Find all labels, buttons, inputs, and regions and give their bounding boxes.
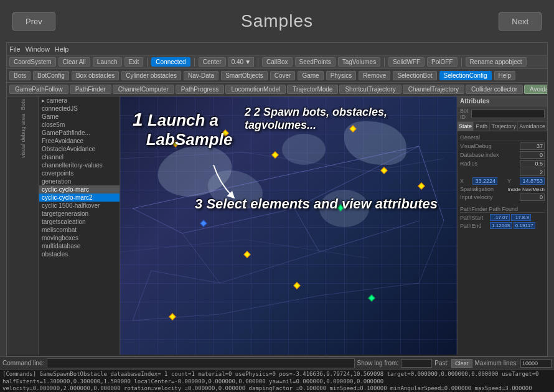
input-velocity-row: Input velocity 0 [460, 193, 545, 202]
locomotion-model-tab[interactable]: LocomotionModel [225, 85, 286, 94]
menu-window[interactable]: Window [26, 45, 50, 53]
bots-tab[interactable]: Bots [9, 71, 31, 80]
panel-tabs: State Path Trajectory Avoidance [458, 122, 547, 131]
tree-item-melis[interactable]: meliscombat [39, 226, 120, 234]
seedpoints-button[interactable]: SeedPoints [295, 57, 336, 67]
center-button[interactable]: Center [199, 57, 226, 67]
command-input[interactable] [47, 358, 354, 368]
past-label: Past: [434, 360, 449, 366]
nav-tabs-row: GamePathFollow PathFinder ChannelCompute… [7, 83, 547, 96]
command-line-label: Command line: [2, 360, 44, 366]
tree-item-channel[interactable]: channel [39, 153, 120, 161]
xy-row: X 33.2224 Y 14.8753 [460, 177, 545, 185]
trajectry-mode-tab[interactable]: TrajectorMode [287, 85, 338, 94]
tree-item-gamepathfinde[interactable]: GamePathfinde... [39, 129, 120, 137]
rename-button[interactable]: Rename appobject [466, 57, 527, 67]
shortcut-trajectory-tab[interactable]: ShortcutTrajectory [339, 85, 401, 94]
pathfinder-tab[interactable]: PathFinder [70, 85, 111, 94]
callbox-button[interactable]: CallBox [262, 57, 292, 67]
remove-tab[interactable]: Remove [359, 71, 390, 80]
trajectory-tab[interactable]: Trajectory [490, 122, 518, 131]
tree-item-cyclic2[interactable]: cyclic-cyclo-marc2 [39, 194, 120, 202]
tree-item-targetscale[interactable]: targetscaleation [39, 218, 120, 226]
separator5 [461, 58, 462, 67]
cylinder-obstacles-tab[interactable]: Cylinder obstacles [121, 71, 181, 80]
tagvolumes-button[interactable]: TagVolumes [338, 57, 380, 67]
database-index-label: Database index [460, 152, 499, 158]
path-panel-tab[interactable]: Path [474, 122, 490, 131]
tree-item-game[interactable]: Game [39, 113, 120, 121]
visual-debug-value: 37 [520, 142, 545, 150]
pathend-x: 1.1264S [490, 222, 512, 229]
game-tab[interactable]: Game [298, 71, 323, 80]
next-button[interactable]: Next [499, 12, 542, 30]
coord-system-button[interactable]: CoordSystem [9, 57, 56, 67]
solid-wff-button[interactable]: SolidWFF [388, 57, 425, 67]
spatialigation-label: Spatialigation [460, 186, 494, 192]
tree-item-cyclic1[interactable]: cyclic-cyclo-marc [39, 185, 120, 194]
zoom-dropdown[interactable]: 0.40 ▼ [228, 57, 254, 67]
show-log-input[interactable] [401, 359, 432, 368]
tree-item-freehavoidance[interactable]: FreeAvoidance [39, 137, 120, 145]
pathfinder-section: PathFinder Path Found PathStart -17.07 1… [458, 203, 547, 231]
avoidance-panel-tab[interactable]: Avoidance [518, 122, 547, 131]
input-velocity-value: 0 [520, 194, 545, 201]
smart-objects-tab[interactable]: SmartObjects [221, 71, 268, 80]
right-attributes-panel: Attributes Bot ID State Path Trajectory … [457, 96, 547, 355]
connected-button[interactable]: Connected [151, 57, 190, 67]
tree-item-obstacles[interactable]: obstacles [39, 250, 120, 258]
tree-item-coverpoints[interactable]: coverpoints [39, 169, 120, 177]
sidebar-bot-label: Bots [20, 99, 26, 110]
max-lines-input[interactable] [520, 359, 552, 368]
nav-data-tab[interactable]: Nav-Data [184, 71, 218, 80]
log-area[interactable]: [Commands] GameSpawnBotObstacle dataabas… [0, 370, 554, 392]
pathstart-row: PathStart -17.07 17.8.9 [460, 213, 545, 222]
pathend-label: PathEnd [460, 223, 489, 229]
box-obstacles-tab[interactable]: Box obstacles [72, 71, 119, 80]
tree-item-connectjs[interactable]: connectedJS [39, 105, 120, 113]
prev-button[interactable]: Prev [12, 12, 55, 30]
pathprogress-tab[interactable]: PathProgress [176, 85, 225, 94]
tree-item-generation[interactable]: generation [39, 177, 120, 185]
tree-item-obstacleavoidance[interactable]: ObstacleAvoidance [39, 145, 120, 153]
left-sidebar: Bots visual debug area [7, 96, 39, 355]
physics-tab[interactable]: Physics [326, 71, 356, 80]
separator4 [384, 58, 385, 67]
tree-item-targetgen[interactable]: targetgenerasion [39, 210, 120, 218]
pathstart-x: -17.07 [490, 214, 510, 221]
tree-item-close5m[interactable]: close5m [39, 121, 120, 129]
tree-item-camera[interactable]: ▸ camera [39, 96, 120, 105]
clear-all-button[interactable]: Clear All [59, 57, 90, 67]
pol-off-button[interactable]: PolOFF [427, 57, 457, 67]
menu-file[interactable]: File [9, 45, 21, 53]
launch-button[interactable]: Launch [93, 57, 122, 67]
page-title: Samples [241, 11, 313, 31]
speed-value: 2 [520, 169, 545, 176]
channel-computer-tab[interactable]: ChannelComputer [113, 85, 174, 94]
tree-item-cyclic-half[interactable]: cyclic 1500-halfkover [39, 202, 120, 210]
menu-help[interactable]: Help [55, 45, 69, 53]
state-tab[interactable]: State [458, 122, 474, 131]
avoidance-tab[interactable]: Avoidance [524, 85, 548, 94]
clear-log-button[interactable]: Clear [451, 359, 472, 368]
selection-bot-tab[interactable]: SelectionBot [393, 71, 436, 80]
visual-debug-row: VisualDebug 37 [460, 142, 545, 151]
selection-config-tab[interactable]: SelectionConfig [439, 71, 492, 80]
exit-button[interactable]: Exit [124, 57, 144, 67]
terrain-blob-3 [282, 134, 326, 165]
help-tab[interactable]: Help [494, 71, 516, 80]
bottom-area: Command line: Show log from: Past: Clear… [0, 357, 554, 392]
tree-item-channelterritory[interactable]: channelteritory-values [39, 161, 120, 169]
cover-tab[interactable]: Cover [270, 71, 296, 80]
tree-item-multi[interactable]: multidatabase [39, 242, 120, 250]
gamepathfollow-tab[interactable]: GamePathFollow [9, 85, 68, 94]
collider-tab[interactable]: Collider collector [466, 85, 523, 94]
channel-trajectory-tab[interactable]: ChannelTrajectory [403, 85, 464, 94]
visual-debug-label: VisualDebug [460, 143, 492, 149]
tree-item-moving[interactable]: movingboxes [39, 234, 120, 242]
max-lines-label: Maximum lines: [475, 360, 518, 366]
separator [147, 58, 148, 67]
main-viewport[interactable]: 1 Launch a LabSample 2 2 Spawn bots, obs… [120, 96, 457, 355]
botconfig-tab[interactable]: BotConfig [33, 71, 69, 80]
bot-id-input[interactable] [471, 110, 545, 118]
